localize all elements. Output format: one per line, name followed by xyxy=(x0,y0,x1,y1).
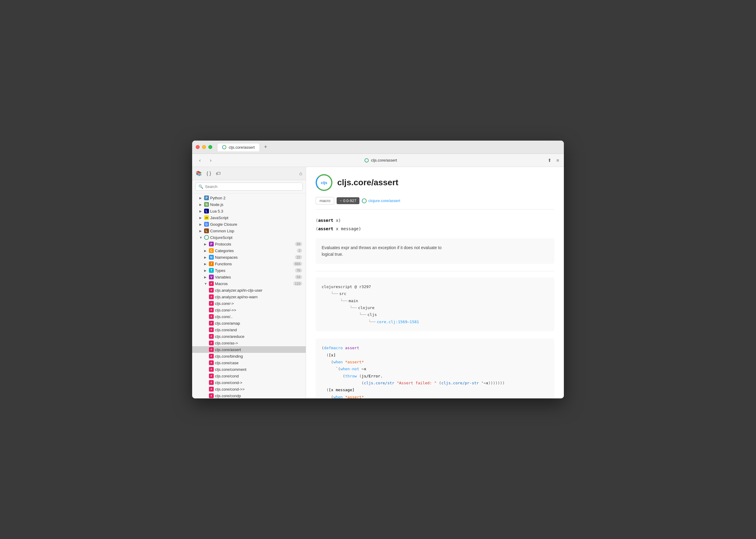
sidebar-item-cljs[interactable]: ▼ ClojureScript 🔍 xyxy=(192,234,306,241)
icon-m-cond: # xyxy=(209,373,214,378)
tab-label: cljs.core/assert xyxy=(229,145,255,150)
sidebar-item-m-cond[interactable]: # cljs.core/cond xyxy=(192,373,306,379)
arrow-goog: ▶ xyxy=(199,223,203,226)
label-goog: Google Closure xyxy=(210,222,296,227)
label-variables: Variables xyxy=(215,275,294,279)
label-cljs: ClojureScript xyxy=(210,235,296,240)
arrow-lisp: ▶ xyxy=(199,229,203,233)
signature-2: (assert x message) xyxy=(316,225,554,232)
forward-button[interactable]: › xyxy=(206,156,215,165)
icon-lua: L xyxy=(204,209,209,213)
label-categories: Categories xyxy=(215,249,296,253)
arrow-namespaces: ▶ xyxy=(204,256,208,259)
label-types: Types xyxy=(215,268,294,273)
tag-version-number: 0.0-927 xyxy=(343,198,356,203)
sidebar-item-functions[interactable]: ▶ f Functions 666 xyxy=(192,261,306,267)
count-protocols: 68 xyxy=(295,242,302,246)
arrow-lua: ▶ xyxy=(199,209,203,213)
icon-m-binding: # xyxy=(209,354,214,358)
sidebar-item-categories[interactable]: ▶ C Categories 2 xyxy=(192,247,306,254)
tag-version-prefix: + xyxy=(340,198,342,203)
sidebar-item-js[interactable]: ▶ JS JavaScript 🔍 xyxy=(192,214,306,221)
sidebar-item-namespaces[interactable]: ▶ N Namespaces 22 xyxy=(192,254,306,261)
label-m-cond: cljs.core/cond xyxy=(215,374,302,378)
arrow-js: ▶ xyxy=(199,216,203,219)
maximize-button[interactable] xyxy=(208,145,212,149)
sidebar-item-m-comment[interactable]: # cljs.core/comment xyxy=(192,366,306,373)
arrow-categories: ▶ xyxy=(204,249,208,253)
label-m-binding: cljs.core/binding xyxy=(215,354,302,358)
back-button[interactable]: ‹ xyxy=(196,156,204,165)
icon-m-and: # xyxy=(209,327,214,332)
sidebar-item-macros[interactable]: ▼ # Macros 110 xyxy=(192,280,306,287)
books-icon[interactable]: 📚 xyxy=(196,171,202,176)
search-icon: 🔍 xyxy=(198,184,203,189)
braces-icon[interactable]: { } xyxy=(206,171,211,176)
label-m-and: cljs.core/and xyxy=(215,328,302,332)
sidebar-item-m-dot[interactable]: # cljs.core/.. xyxy=(192,313,306,320)
sidebar: 📚 { } 🏷 ⌂ 🔍 ▶ P Python 2 🔍 xyxy=(192,167,306,398)
code-line-5: (throw (js/Error. xyxy=(322,373,548,379)
sidebar-item-m-cond-gtgt[interactable]: # cljs.core/cond->> xyxy=(192,386,306,392)
label-m-gtgt: cljs.core/->> xyxy=(215,308,302,312)
source-line-0: clojurescript @ r3297 xyxy=(322,283,548,290)
close-button[interactable] xyxy=(196,145,200,149)
sidebar-item-nodejs[interactable]: ▶ N Node.js 🔍 xyxy=(192,201,306,208)
doc-tags: macro + 0.0-927 clojure.core/assert xyxy=(316,197,554,209)
sidebar-item-variables[interactable]: ▶ V Variables 54 xyxy=(192,274,306,280)
source-link[interactable]: core.clj:1569–1581 xyxy=(377,318,419,325)
search-input[interactable] xyxy=(205,184,299,189)
new-tab-button[interactable]: + xyxy=(262,143,269,151)
sidebar-item-m-and[interactable]: # cljs.core/and xyxy=(192,327,306,333)
home-button[interactable]: ⌂ xyxy=(299,171,302,176)
sidebar-item-m-no-warn[interactable]: # cljs.analyzer.api/no-warn xyxy=(192,293,306,300)
sidebar-item-m-condp[interactable]: # cljs.core/condp xyxy=(192,392,306,398)
titlebar: cljs.core/assert + xyxy=(192,141,564,154)
icon-macros: # xyxy=(209,281,214,286)
icon-protocols: P xyxy=(209,242,214,246)
sidebar-item-python2[interactable]: ▶ P Python 2 🔍 xyxy=(192,194,306,201)
tag-icon[interactable]: 🏷 xyxy=(216,171,221,176)
icon-m-as-gt: # xyxy=(209,341,214,346)
address-bar[interactable]: cljs.core/assert xyxy=(217,158,544,163)
doc-area: cljs cljs.core/assert macro + 0.0-927 cl… xyxy=(306,167,564,398)
icon-m-gtgt: # xyxy=(209,308,214,312)
sidebar-item-m-cond-gt[interactable]: # cljs.core/cond-> xyxy=(192,379,306,386)
reader-button[interactable]: ≡ xyxy=(555,156,560,164)
code-line-8: (when *assert* xyxy=(322,394,548,398)
sidebar-item-m-areduce[interactable]: # cljs.core/areduce xyxy=(192,333,306,340)
sidebar-item-lisp[interactable]: ▶ L Common Lisp 🔍 xyxy=(192,228,306,234)
sidebar-item-m-case[interactable]: # cljs.core/case xyxy=(192,359,306,366)
code-block: (defmacro assert ([x] (when *assert* `(w… xyxy=(316,339,554,398)
sidebar-item-lua[interactable]: ▶ L Lua 5.3 🔍 xyxy=(192,208,306,214)
sidebar-item-m-gtgt[interactable]: # cljs.core/->> xyxy=(192,307,306,313)
label-python2: Python 2 xyxy=(210,196,296,200)
sidebar-item-types[interactable]: ▶ T Types 76 xyxy=(192,267,306,274)
description-text: Evaluates expr and throws an exception i… xyxy=(322,245,441,257)
doc-logo: cljs xyxy=(316,174,333,191)
sidebar-item-goog[interactable]: ▶ G Google Closure 🔍 xyxy=(192,221,306,228)
arrow-functions: ▶ xyxy=(204,262,208,266)
search-bar: 🔍 xyxy=(192,180,306,193)
label-m-cond-gtgt: cljs.core/cond->> xyxy=(215,387,302,392)
tag-link[interactable]: clojure.core/assert xyxy=(362,198,400,203)
arrow-variables: ▶ xyxy=(204,275,208,279)
icon-python2: P xyxy=(204,195,209,200)
icon-lisp: L xyxy=(204,228,209,233)
sidebar-item-m-in-cljs-user[interactable]: # cljs.analyzer.api/in-cljs-user xyxy=(192,287,306,293)
icon-m-no-warn: # xyxy=(209,294,214,299)
share-button[interactable]: ⬆ xyxy=(547,156,553,164)
sidebar-item-m-amap[interactable]: # cljs.core/amap xyxy=(192,320,306,327)
sidebar-item-protocols[interactable]: ▶ P Protocols 68 xyxy=(192,241,306,247)
sidebar-item-m-gt[interactable]: # cljs.core/-> xyxy=(192,300,306,307)
sidebar-item-m-binding[interactable]: # cljs.core/binding xyxy=(192,353,306,359)
sidebar-item-m-as-gt[interactable]: # cljs.core/as-> xyxy=(192,340,306,346)
count-variables: 54 xyxy=(295,275,302,279)
icon-nodejs: N xyxy=(204,202,209,207)
sidebar-item-m-assert[interactable]: # cljs.core/assert xyxy=(192,346,306,353)
source-line-2: └── main xyxy=(322,297,548,304)
minimize-button[interactable] xyxy=(202,145,206,149)
sidebar-toolbar: 📚 { } 🏷 ⌂ xyxy=(192,167,306,180)
icon-m-cond-gtgt: # xyxy=(209,387,214,392)
active-tab[interactable]: cljs.core/assert xyxy=(217,143,260,151)
